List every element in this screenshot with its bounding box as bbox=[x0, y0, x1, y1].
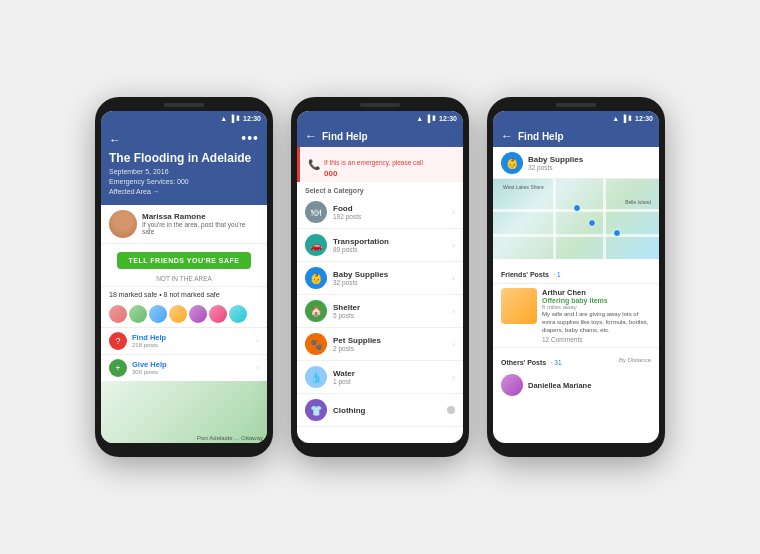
others-count: · 31 bbox=[551, 359, 562, 366]
phone3-header: ← Find Help bbox=[493, 125, 659, 147]
baby-info: Baby Supplies 32 posts bbox=[333, 270, 446, 286]
others-name: Daniellea Mariane bbox=[528, 381, 591, 390]
shelter-title: Shelter bbox=[333, 303, 446, 312]
category-pet-supplies[interactable]: 🐾 Pet Supplies 2 posts › bbox=[297, 328, 463, 361]
category-clothing[interactable]: 👕 Clothing bbox=[297, 394, 463, 427]
clothing-info: Clothing bbox=[333, 406, 441, 415]
map-pin-3 bbox=[613, 229, 621, 237]
wifi-icon-3: ▲ bbox=[612, 115, 619, 122]
shelter-icon: 🏠 bbox=[305, 300, 327, 322]
time-3: 12:30 bbox=[635, 115, 653, 122]
mini-avatar-7 bbox=[229, 305, 247, 323]
event-date: September 5, 2016 bbox=[109, 167, 259, 177]
find-help-item[interactable]: ? Find Help 218 posts › bbox=[101, 327, 267, 354]
emergency-number[interactable]: 000 bbox=[324, 169, 423, 178]
more-dots-1[interactable]: ••• bbox=[241, 130, 259, 146]
water-chevron: › bbox=[452, 373, 455, 382]
food-count: 192 posts bbox=[333, 213, 446, 220]
others-item[interactable]: Daniellea Mariane bbox=[493, 371, 659, 399]
category-water[interactable]: 💧 Water 1 post › bbox=[297, 361, 463, 394]
clothing-icon: 👕 bbox=[305, 399, 327, 421]
phone1-map-label: Port Adelaide ... Ottaway bbox=[197, 435, 263, 441]
others-avatar bbox=[501, 374, 523, 396]
signal-icon: ▐ bbox=[229, 115, 234, 122]
phone-3: ▲ ▐ ▮ 12:30 ← Find Help 👶 Baby Supplies … bbox=[487, 97, 665, 457]
time-1: 12:30 bbox=[243, 115, 261, 122]
water-count: 1 post bbox=[333, 378, 446, 385]
post-thumbnail bbox=[501, 288, 537, 324]
post-author-name: Arthur Chen bbox=[542, 288, 651, 297]
phone-3-screen: ▲ ▐ ▮ 12:30 ← Find Help 👶 Baby Supplies … bbox=[493, 111, 659, 443]
status-bar-3: ▲ ▐ ▮ 12:30 bbox=[493, 111, 659, 125]
category-label: Select a Category bbox=[297, 182, 463, 196]
food-info: Food 192 posts bbox=[333, 204, 446, 220]
battery-icon: ▮ bbox=[236, 114, 240, 122]
post-distance: 6 miles away bbox=[542, 304, 651, 310]
transport-count: 89 posts bbox=[333, 246, 446, 253]
find-help-text: Find Help 218 posts bbox=[132, 333, 251, 348]
give-help-chevron: › bbox=[256, 363, 259, 372]
others-title: Others' Posts bbox=[501, 359, 546, 366]
give-help-title: Give Help bbox=[132, 360, 251, 369]
baby-title: Baby Supplies bbox=[333, 270, 446, 279]
phone-1-screen: ▲ ▐ ▮ 12:30 ← ••• The Flooding in Adelai… bbox=[101, 111, 267, 443]
event-area[interactable]: Affected Area → bbox=[109, 187, 259, 197]
user-card: Marissa Ramone If you're in the area, po… bbox=[101, 205, 267, 244]
wifi-icon-2: ▲ bbox=[416, 115, 423, 122]
avatar-face bbox=[109, 210, 137, 238]
pet-info: Pet Supplies 2 posts bbox=[333, 336, 446, 352]
baby-icon: 👶 bbox=[305, 267, 327, 289]
wifi-icon: ▲ bbox=[220, 115, 227, 122]
map-pin-2 bbox=[588, 219, 596, 227]
category-shelter[interactable]: 🏠 Shelter 5 posts › bbox=[297, 295, 463, 328]
avatars-row bbox=[101, 302, 267, 327]
phone1-map: Port Adelaide ... Ottaway bbox=[101, 381, 267, 443]
pet-count: 2 posts bbox=[333, 345, 446, 352]
find-help-count: 218 posts bbox=[132, 342, 251, 348]
event-emergency: Emergency Services: 000 bbox=[109, 177, 259, 187]
map-label-belle: Belle Island bbox=[625, 199, 651, 205]
sort-by-distance[interactable]: By Distance bbox=[619, 357, 651, 363]
not-in-area-link[interactable]: NOT IN THE AREA bbox=[101, 273, 267, 286]
category-baby-supplies[interactable]: 👶 Baby Supplies 32 posts › bbox=[297, 262, 463, 295]
tell-friends-safe-button[interactable]: TELL FRIENDS YOU'RE SAFE bbox=[117, 252, 251, 269]
back-arrow-2[interactable]: ← bbox=[305, 129, 317, 143]
water-icon: 💧 bbox=[305, 366, 327, 388]
water-title: Water bbox=[333, 369, 446, 378]
emergency-banner: 📞 If this is an emergency, please call 0… bbox=[297, 147, 463, 182]
baby-chevron: › bbox=[452, 274, 455, 283]
friends-section: Friends' Posts · 1 bbox=[493, 259, 659, 284]
phone3-title: Find Help bbox=[518, 131, 651, 142]
phone-1: ▲ ▐ ▮ 12:30 ← ••• The Flooding in Adelai… bbox=[95, 97, 273, 457]
give-help-count: 300 posts bbox=[132, 369, 251, 375]
map-road-v2 bbox=[603, 179, 606, 259]
transport-chevron: › bbox=[452, 241, 455, 250]
supply-chevron-down[interactable]: ∨ bbox=[588, 159, 594, 168]
mini-avatar-2 bbox=[129, 305, 147, 323]
phone3-map: West Lakes Shore Belle Island bbox=[493, 179, 659, 259]
post-comments[interactable]: 12 Comments bbox=[542, 336, 651, 343]
find-help-icon: ? bbox=[109, 332, 127, 350]
food-icon: 🍽 bbox=[305, 201, 327, 223]
post-card[interactable]: Arthur Chen Offering baby items 6 miles … bbox=[493, 284, 659, 348]
category-food[interactable]: 🍽 Food 192 posts › bbox=[297, 196, 463, 229]
baby-count: 32 posts bbox=[333, 279, 446, 286]
back-arrow-3[interactable]: ← bbox=[501, 129, 513, 143]
post-info: Arthur Chen Offering baby items 6 miles … bbox=[542, 288, 651, 343]
transport-info: Transportation 89 posts bbox=[333, 237, 446, 253]
phone2-header: ← Find Help bbox=[297, 125, 463, 147]
mini-avatar-1 bbox=[109, 305, 127, 323]
phone2-title: Find Help bbox=[322, 131, 455, 142]
emergency-text-block: If this is an emergency, please call 000 bbox=[324, 151, 423, 178]
category-transportation[interactable]: 🚗 Transportation 89 posts › bbox=[297, 229, 463, 262]
marked-safe-count: 18 marked safe • 8 not marked safe bbox=[101, 286, 267, 302]
others-header: Others' Posts · 31 By Distance bbox=[493, 348, 659, 371]
clothing-title: Clothing bbox=[333, 406, 441, 415]
food-title: Food bbox=[333, 204, 446, 213]
scene: ▲ ▐ ▮ 12:30 ← ••• The Flooding in Adelai… bbox=[95, 97, 665, 457]
back-arrow-1[interactable]: ← bbox=[109, 133, 121, 147]
user-status-text: If you're in the area, post that you're … bbox=[142, 221, 259, 235]
others-title-group: Others' Posts · 31 bbox=[501, 351, 562, 369]
give-help-item[interactable]: + Give Help 300 posts › bbox=[101, 354, 267, 381]
status-icons-1: ▲ ▐ ▮ bbox=[220, 114, 240, 122]
